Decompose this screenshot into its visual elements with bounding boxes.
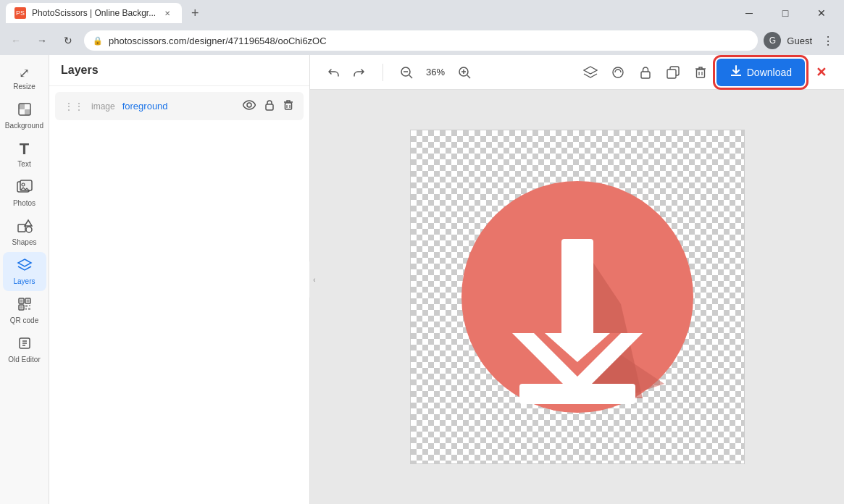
browser-tab[interactable]: PS PhotoScissors | Online Backgr... ✕ <box>6 3 182 23</box>
app-layout: ⤢ Resize Background T Text <box>0 55 844 504</box>
drag-handle-icon[interactable]: ⋮⋮ <box>64 101 84 112</box>
layer-item[interactable]: ⋮⋮ image foreground <box>55 92 304 120</box>
svg-rect-18 <box>28 308 30 310</box>
canvas-content <box>454 174 701 420</box>
sidebar-item-qrcode[interactable]: QR code <box>3 291 46 330</box>
zoom-out-button[interactable] <box>395 61 418 84</box>
maximize-button[interactable]: □ <box>769 3 802 23</box>
sidebar-label-qrcode: QR code <box>10 316 38 324</box>
svg-rect-15 <box>25 305 28 307</box>
old-editor-icon <box>17 336 32 353</box>
layer-visibility-button[interactable] <box>241 98 257 114</box>
text-icon: T <box>20 141 29 157</box>
profile-name: Guest <box>787 35 812 46</box>
svg-rect-24 <box>266 104 273 110</box>
photos-icon <box>17 180 33 196</box>
svg-rect-25 <box>285 103 292 109</box>
resize-icon: ⤢ <box>19 67 30 80</box>
layer-order-button[interactable] <box>579 61 602 84</box>
undo-redo-group <box>322 61 371 84</box>
shapes-icon <box>17 219 33 235</box>
svg-rect-44 <box>561 239 593 340</box>
sidebar-item-background[interactable]: Background <box>3 96 46 135</box>
lock-icon: 🔒 <box>93 36 103 46</box>
zoom-level: 36% <box>421 67 450 77</box>
mask-button[interactable] <box>606 61 630 84</box>
browser-window: PS PhotoScissors | Online Backgr... ✕ + … <box>0 0 844 504</box>
background-icon <box>17 102 32 119</box>
undo-button[interactable] <box>322 61 345 84</box>
svg-point-8 <box>26 227 32 232</box>
delete-layer-button[interactable] <box>689 61 712 84</box>
minimize-button[interactable]: ─ <box>732 3 766 23</box>
forward-button[interactable]: → <box>32 30 52 51</box>
toolbar-right: Download ✕ <box>579 59 832 86</box>
sidebar-item-resize[interactable]: ⤢ Resize <box>3 61 46 96</box>
collapse-icon: ‹ <box>313 276 315 284</box>
sidebar-item-photos[interactable]: Photos <box>3 174 46 213</box>
svg-rect-38 <box>696 70 704 77</box>
svg-point-35 <box>613 67 623 77</box>
svg-rect-17 <box>25 308 27 310</box>
url-text: photoscissors.com/designer/471196548/ooC… <box>109 35 327 46</box>
download-button[interactable]: Download <box>716 59 805 86</box>
browser-menu-button[interactable]: ⋮ <box>818 30 838 51</box>
svg-point-23 <box>247 103 251 107</box>
layers-panel-header: Layers <box>49 55 309 86</box>
sidebar-label-shapes: Shapes <box>12 238 37 246</box>
tab-favicon: PS <box>14 7 26 19</box>
zoom-in-button[interactable] <box>453 61 476 84</box>
profile-icon: G <box>764 32 781 49</box>
download-icon <box>730 64 743 80</box>
close-panel-button[interactable]: ✕ <box>809 61 832 84</box>
sidebar-item-layers[interactable]: Layers <box>3 252 46 291</box>
qr-code-icon <box>17 297 32 314</box>
new-tab-button[interactable]: + <box>185 3 205 23</box>
svg-rect-12 <box>26 300 29 303</box>
redo-button[interactable] <box>348 61 371 84</box>
sidebar-item-old-editor[interactable]: Old Editor <box>3 330 46 369</box>
sidebar-item-shapes[interactable]: Shapes <box>3 213 46 252</box>
zoom-group: 36% <box>395 61 476 84</box>
canvas-image-container <box>410 130 745 464</box>
lock-button[interactable] <box>634 61 657 84</box>
panel-collapse-handle[interactable]: ‹ <box>309 261 319 298</box>
svg-line-34 <box>467 75 470 78</box>
tab-close-button[interactable]: ✕ <box>162 7 173 19</box>
svg-rect-1 <box>19 104 25 109</box>
sidebar-label-photos: Photos <box>13 199 35 207</box>
canvas-toolbar: 36% <box>310 55 844 90</box>
tool-sidebar: ⤢ Resize Background T Text <box>0 55 49 504</box>
canvas-area: 36% <box>310 55 844 504</box>
close-button[interactable]: ✕ <box>805 3 838 23</box>
svg-rect-10 <box>20 300 22 303</box>
layer-lock-button[interactable] <box>263 98 276 114</box>
sidebar-label-resize: Resize <box>13 83 35 91</box>
layers-icon <box>17 258 33 274</box>
layers-panel: Layers ⋮⋮ image foreground <box>49 55 310 504</box>
sidebar-label-text: Text <box>17 160 30 168</box>
canvas-viewport[interactable] <box>310 90 844 504</box>
layer-type-label: image <box>91 101 115 112</box>
sidebar-item-text[interactable]: T Text <box>3 135 46 174</box>
svg-rect-16 <box>29 305 30 306</box>
browser-titlebar: PS PhotoScissors | Online Backgr... ✕ + … <box>0 0 844 26</box>
address-bar[interactable]: 🔒 photoscissors.com/designer/471196548/o… <box>84 30 758 51</box>
layer-delete-button[interactable] <box>282 98 295 114</box>
toolbar-divider-1 <box>383 64 383 81</box>
svg-rect-47 <box>519 384 635 404</box>
svg-line-30 <box>409 75 412 78</box>
transparent-background <box>410 130 745 464</box>
layer-actions <box>241 98 295 114</box>
download-label: Download <box>747 67 792 78</box>
svg-rect-14 <box>20 306 22 309</box>
back-button[interactable]: ← <box>6 30 26 51</box>
sidebar-label-layers: Layers <box>13 277 35 285</box>
reload-button[interactable]: ↻ <box>58 30 78 51</box>
layer-name-label: foreground <box>122 101 234 112</box>
svg-rect-2 <box>25 109 30 115</box>
duplicate-button[interactable] <box>661 61 685 84</box>
svg-rect-36 <box>641 72 650 78</box>
sidebar-label-background: Background <box>5 122 43 130</box>
svg-rect-37 <box>667 70 676 78</box>
